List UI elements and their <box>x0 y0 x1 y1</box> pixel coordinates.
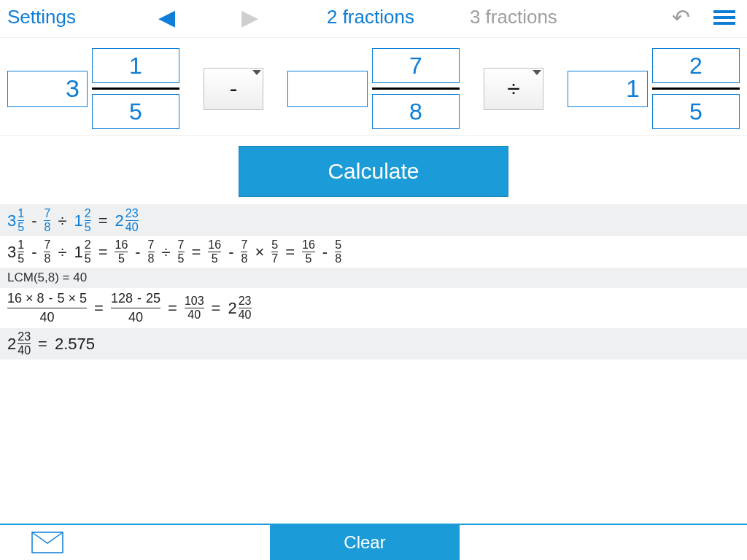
calculate-button[interactable]: Calculate <box>239 146 508 197</box>
solution-line-lcm: LCM(5,8) = 40 <box>0 268 747 288</box>
fraction-input-row: 3 1 5 - 7 8 ÷ 1 2 5 <box>0 38 747 136</box>
operator-2-select[interactable]: ÷ <box>484 68 543 110</box>
fraction-2-denominator[interactable]: 8 <box>372 94 460 129</box>
fraction-3: 1 2 5 <box>568 48 740 129</box>
bottom-bar: Clear <box>0 524 747 560</box>
solution-line-decimal: 2 2340 = 2.575 <box>0 328 747 359</box>
fraction-2-numerator[interactable]: 7 <box>372 48 460 83</box>
fraction-bar <box>92 88 179 90</box>
fraction-1-whole[interactable]: 3 <box>7 71 88 107</box>
operator-1-select[interactable]: - <box>204 68 263 110</box>
fraction-bar <box>652 88 740 90</box>
fraction-3-whole[interactable]: 1 <box>568 71 648 107</box>
menu-icon[interactable] <box>709 7 740 28</box>
fraction-1: 3 1 5 <box>7 48 179 129</box>
calculate-row: Calculate <box>0 136 747 205</box>
settings-link[interactable]: Settings <box>7 6 76 28</box>
next-arrow-icon[interactable]: ▶ <box>236 4 264 30</box>
undo-icon[interactable]: ↶ <box>672 4 690 30</box>
fraction-2-whole[interactable] <box>287 71 368 107</box>
tab-2-fractions[interactable]: 2 fractions <box>327 6 414 28</box>
top-bar: Settings ◀ ▶ 2 fractions 3 fractions ↶ <box>0 0 747 38</box>
fraction-bar <box>372 88 460 90</box>
fraction-1-numerator[interactable]: 1 <box>92 48 179 83</box>
solution-line-2: 3 15 - 78 ÷ 1 25 = 165 - 78 ÷ 75 = 165 -… <box>0 236 747 268</box>
solution-line-1: 3 15 - 78 ÷ 1 25 = 2 2340 <box>0 205 747 236</box>
mail-icon[interactable] <box>0 525 95 560</box>
prev-arrow-icon[interactable]: ◀ <box>153 4 181 30</box>
fraction-2: 7 8 <box>287 48 460 129</box>
fraction-3-denominator[interactable]: 5 <box>652 94 740 129</box>
solution-line-4: 16 × 8-5 × 5 40 = 128-25 40 = 10340 = 2 … <box>0 288 747 328</box>
solution-panel: 3 15 - 78 ÷ 1 25 = 2 2340 3 15 - 78 ÷ 1 … <box>0 205 747 524</box>
clear-button[interactable]: Clear <box>270 525 460 560</box>
fraction-3-numerator[interactable]: 2 <box>652 48 740 83</box>
tab-3-fractions[interactable]: 3 fractions <box>470 6 557 28</box>
fraction-1-denominator[interactable]: 5 <box>92 94 179 129</box>
